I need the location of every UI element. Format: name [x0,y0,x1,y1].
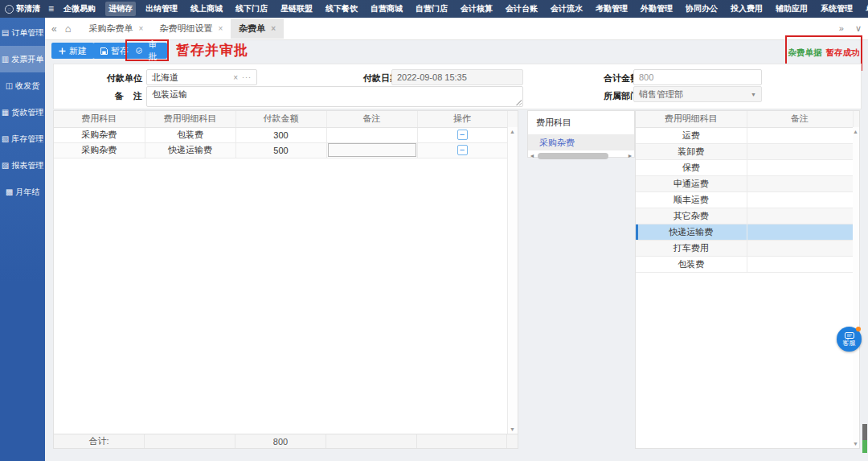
lookup-ellipsis-icon[interactable]: ··· [242,73,252,81]
detail-row[interactable]: 申通运费 [636,175,859,191]
scroll-down-icon[interactable]: ▼ [510,426,515,432]
approve-button[interactable]: 审批 [129,43,167,59]
vertical-scrollbar[interactable]: ▲ ▼ [507,127,518,434]
table-row[interactable]: 采购杂费 快递运输费 500 − [54,142,518,158]
top-menu-item[interactable]: 出纳管理 [142,2,181,16]
payer-input[interactable]: 北海道 × ··· [146,69,257,85]
toast-doc-label: 杂费单据 [788,47,822,59]
remove-row-button[interactable]: − [457,145,468,155]
top-menu-item[interactable]: 辅助应用 [772,2,811,16]
footer-total-label: 合计: [54,434,145,448]
scroll-down-icon[interactable]: ▼ [853,441,858,447]
notification-badge [856,327,861,331]
sidebar-item-report-management[interactable]: ▨报表管理 [0,152,45,179]
column-header: 付款金额 [235,111,326,127]
vertical-scrollbar[interactable]: ▲ ▼ [853,127,859,448]
detail-row[interactable]: 顺丰运费 [636,191,859,208]
column-header: 费用明细科目 [636,111,747,127]
scroll-right-icon[interactable]: ► [626,153,634,158]
fee-detail-table-panel: 费用明细科目 备注 运费 装卸费 保费 申通运费 顺丰运费 其它杂费 快递运输费… [635,110,860,449]
top-menu-item[interactable]: 会计核算 [457,2,496,16]
horizontal-scrollbar[interactable]: ◄ ► [528,150,634,161]
home-icon[interactable]: ⌂ [65,23,72,35]
plus-icon [59,47,66,55]
detail-row[interactable]: 保费 [636,159,859,175]
close-icon[interactable]: × [139,24,144,33]
footer-total-amount: 800 [235,434,326,448]
top-menu-item[interactable]: 自营商城 [367,2,406,16]
column-header: 备注 [326,111,417,127]
table-header-row: 费用明细科目 备注 [636,111,859,127]
payer-label: 付款单位 [107,72,142,84]
fee-category-title: 费用科目 [528,111,634,135]
header-form-panel: 付款单位 北海道 × ··· 付款日期 2022-09-08 15:35 合计金… [53,64,862,109]
customer-service-button[interactable]: 客服 [837,327,862,352]
top-menu-item[interactable]: 线下门店 [232,2,271,16]
sidebar-item-invoice-billing[interactable]: ▥发票开单 [0,46,45,72]
page-scrollbar[interactable] [862,424,867,453]
top-menu-item[interactable]: 考勤管理 [592,2,631,16]
detail-row[interactable]: 装卸费 [636,143,859,159]
scrollbar-thumb-highlight [862,440,867,453]
detail-row[interactable]: 包装费 [636,256,859,272]
erp-application: ◌ 郭清清 ≡ 企微易购 进销存 出纳管理 线上商城 线下门店 星链联盟 线下餐… [0,0,868,461]
user-menu[interactable]: ◌ 郭清清 [5,3,40,14]
top-menu-item[interactable]: 系统管理 [817,2,856,16]
sidebar-item-order-management[interactable]: ▤订单管理 [0,19,45,46]
top-menu-item[interactable]: 线上商城 [187,2,226,16]
top-menu-item[interactable]: 自营门店 [412,2,451,16]
remove-row-button[interactable]: − [457,130,468,140]
clear-icon[interactable]: × [233,73,238,82]
top-menu-item[interactable]: 会计台账 [502,2,541,16]
sidebar-item-payment-management[interactable]: ▦货款管理 [0,99,45,126]
department-select[interactable]: 销售管理部 ▼ [633,86,762,102]
top-menu-item[interactable]: 会计流水 [547,2,586,16]
scroll-left-icon[interactable]: ◄ [528,153,536,158]
new-button[interactable]: 新建 [51,43,94,59]
close-icon[interactable]: × [271,24,276,33]
top-menu-item[interactable]: 企微易购 [60,2,99,16]
top-menu-item[interactable]: 外勤管理 [637,2,676,16]
top-menu-item[interactable]: 线下餐饮 [322,2,361,16]
scrollbar-thumb[interactable] [538,153,608,159]
pay-date-input[interactable]: 2022-09-08 15:35 [391,69,523,85]
expand-tabs-icon[interactable]: » [839,23,844,34]
tab-list-dropdown-icon[interactable]: ∨ [855,23,862,34]
tab-purchase-misc-fee[interactable]: 采购杂费单× [81,19,152,39]
sidebar-item-shipping-receiving[interactable]: ◫收发货 [0,72,45,99]
top-menu-item-active[interactable]: 进销存 [105,2,136,16]
column-header: 操作 [417,111,507,127]
top-menu-item[interactable]: 投入费用 [727,2,766,16]
focused-remark-cell[interactable] [328,143,416,157]
detail-row[interactable]: 运费 [636,127,859,143]
remark-textarea[interactable]: 包装运输 [146,86,523,107]
scroll-up-icon[interactable]: ▲ [853,129,858,134]
detail-row-selected[interactable]: 快递运输费 [636,224,859,240]
total-amount-input[interactable]: 800 [633,69,762,85]
sidebar-item-month-year-closing[interactable]: ▩月年结 [0,179,45,205]
top-menu-item[interactable]: 单据中心 [862,2,868,16]
fee-category-panel: 费用科目 采购杂费 ◄ ► [527,110,635,158]
detail-row[interactable]: 其它杂费 [636,208,859,224]
fee-category-item-selected[interactable]: 采购杂费 [528,135,634,150]
fee-lines-table-panel: 费用科目 费用明细科目 付款金额 备注 操作 采购杂费 包装费 300 − [53,110,518,449]
remark-label: 备 注 [115,90,142,102]
collapse-tabs-icon[interactable]: « [51,23,57,35]
scrollbar-thumb[interactable] [862,424,867,440]
hamburger-menu-icon[interactable]: ≡ [48,3,54,14]
top-menu-item[interactable]: 星链联盟 [277,2,316,16]
table-header-row: 费用科目 费用明细科目 付款金额 备注 操作 [54,111,518,127]
scroll-up-icon[interactable]: ▲ [510,129,515,134]
annotation-text: 暂存并审批 [176,41,248,60]
detail-row[interactable]: 打车费用 [636,240,859,256]
sidebar-item-inventory-management[interactable]: ▧库存管理 [0,126,45,152]
table-row[interactable]: 采购杂费 包装费 300 − [54,127,518,142]
tab-bar: « ⌂ 采购杂费单× 杂费明细设置× 杂费单× » ∨ [45,18,868,40]
top-nav-bar: ◌ 郭清清 ≡ 企微易购 进销存 出纳管理 线上商城 线下门店 星链联盟 线下餐… [0,0,868,18]
close-icon[interactable]: × [218,24,223,33]
resize-handle-icon[interactable] [516,100,522,105]
tab-misc-fee-active[interactable]: 杂费单× [231,19,284,39]
calendar-icon: ▩ [6,187,13,196]
tab-misc-fee-detail-settings[interactable]: 杂费明细设置× [151,19,231,39]
top-menu-item[interactable]: 协同办公 [682,2,721,16]
